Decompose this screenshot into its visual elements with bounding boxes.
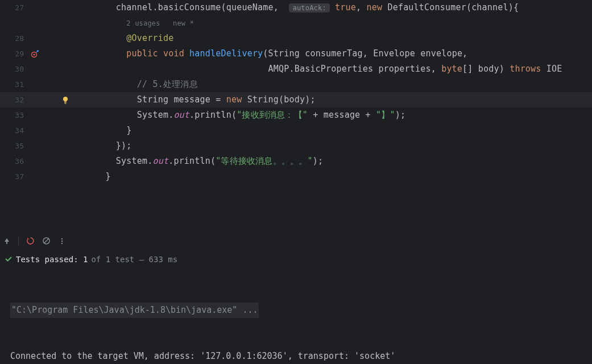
line-number: 28 xyxy=(0,31,28,46)
code-content[interactable]: AMQP.BasicProperties properties, byte[] … xyxy=(74,61,592,77)
panel-divider[interactable] xyxy=(0,200,592,232)
more-icon[interactable] xyxy=(57,237,67,246)
tests-passed-label: Tests passed: 1 xyxy=(16,255,88,264)
console-line: Connected to the target VM, address: '12… xyxy=(10,349,582,364)
line-number: 27 xyxy=(0,0,28,15)
code-line[interactable]: 29 public void handleDelivery(String con… xyxy=(0,46,592,61)
code-line[interactable]: 27 channel.basicConsume(queueName, autoA… xyxy=(0,0,592,15)
code-line[interactable]: 28 @Override xyxy=(0,31,592,46)
code-line[interactable]: 33 System.out.println("接收到消息：【" + messag… xyxy=(0,107,592,123)
code-line[interactable]: 36 System.out.println("等待接收消息。。。。"); xyxy=(0,154,592,169)
up-arrow-icon[interactable] xyxy=(2,237,11,246)
code-content[interactable]: System.out.println("接收到消息：【" + message +… xyxy=(74,107,592,123)
code-line[interactable]: 35 }); xyxy=(0,138,592,154)
code-content[interactable]: public void handleDelivery(String consum… xyxy=(74,46,592,61)
line-number: 36 xyxy=(0,154,28,169)
svg-point-6 xyxy=(61,238,63,239)
filter-icon[interactable] xyxy=(42,237,51,246)
code-line[interactable]: 31 // 5.处理消息 xyxy=(0,77,592,92)
code-line[interactable]: 34 } xyxy=(0,123,592,138)
code-content[interactable]: }); xyxy=(74,138,592,154)
svg-line-5 xyxy=(44,238,49,243)
refresh-icon[interactable] xyxy=(26,237,35,246)
code-content[interactable]: // 5.处理消息 xyxy=(74,77,592,92)
line-number: 32 xyxy=(0,92,28,107)
tests-detail-label: of 1 test – 633 ms xyxy=(91,255,177,264)
toolbar-separator xyxy=(18,236,19,246)
line-number: 34 xyxy=(0,123,28,138)
console-output[interactable]: "C:\Program Files\Java\jdk-1.8\bin\java.… xyxy=(0,268,592,364)
check-icon xyxy=(5,255,13,264)
code-line[interactable]: 37 } xyxy=(0,169,592,184)
code-content[interactable]: channel.basicConsume(queueName, autoAck:… xyxy=(74,0,592,16)
code-content[interactable]: String message = new String(body); xyxy=(74,92,592,107)
code-content[interactable]: @Override xyxy=(74,31,592,46)
line-number: 37 xyxy=(0,169,28,184)
intention-bulb-icon[interactable] xyxy=(61,96,69,104)
override-target-icon[interactable] xyxy=(31,50,39,58)
line-number: 35 xyxy=(0,138,28,154)
line-number: 30 xyxy=(0,61,28,77)
gutter xyxy=(28,96,74,104)
test-status-bar: Tests passed: 1 of 1 test – 633 ms xyxy=(0,250,592,268)
code-content[interactable]: 2 usages new * xyxy=(74,15,592,31)
svg-rect-2 xyxy=(64,102,67,103)
code-content[interactable]: } xyxy=(74,169,592,184)
svg-rect-3 xyxy=(65,103,67,104)
code-editor[interactable]: 27 channel.basicConsume(queueName, autoA… xyxy=(0,0,592,200)
line-number: 31 xyxy=(0,77,28,92)
svg-point-7 xyxy=(61,240,63,241)
console-cmd: "C:\Program Files\Java\jdk-1.8\bin\java.… xyxy=(10,303,259,318)
line-number: 33 xyxy=(0,107,28,123)
code-line[interactable]: 2 usages new * xyxy=(0,15,592,31)
code-line[interactable]: 32 String message = new String(body); xyxy=(0,92,592,107)
run-toolbar xyxy=(0,232,592,250)
gutter xyxy=(28,50,74,58)
code-content[interactable]: } xyxy=(74,123,592,138)
svg-point-1 xyxy=(34,53,35,55)
code-content[interactable]: System.out.println("等待接收消息。。。。"); xyxy=(74,154,592,169)
svg-point-8 xyxy=(61,242,63,243)
code-line[interactable]: 30 AMQP.BasicProperties properties, byte… xyxy=(0,61,592,77)
line-number: 29 xyxy=(0,46,28,61)
